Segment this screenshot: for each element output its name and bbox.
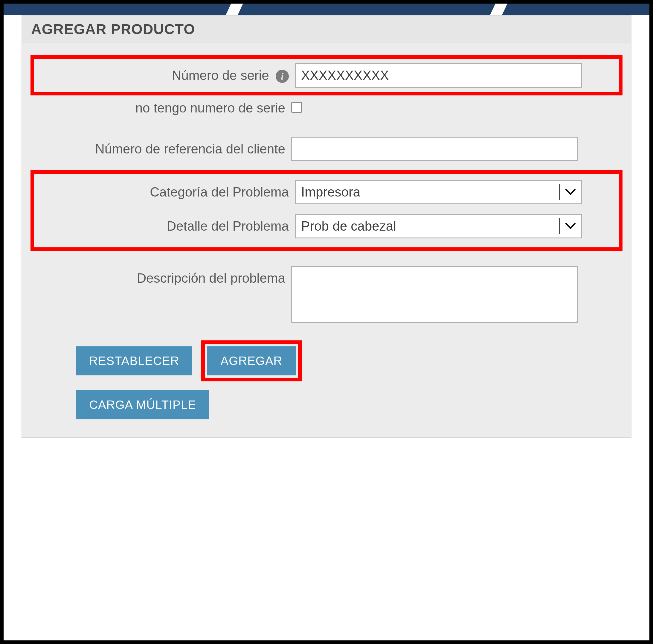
panel-body: Número de serie i no tengo numero de ser… (22, 43, 631, 437)
label-problem-description: Descripción del problema (34, 266, 291, 286)
label-customer-ref: Número de referencia del cliente (34, 142, 291, 157)
row-problem-detail: Detalle del Problema Prob de cabezal (38, 214, 615, 238)
highlight-add-button: AGREGAR (201, 340, 301, 381)
add-product-panel: AGREGAR PRODUCTO Número de serie i (22, 15, 631, 438)
no-serial-checkbox[interactable] (291, 102, 302, 113)
button-row-primary: RESTABLECER AGREGAR (34, 340, 619, 381)
add-button[interactable]: AGREGAR (207, 347, 295, 375)
field-problem-description (291, 266, 619, 324)
row-problem-category: Categoría del Problema Impresora (38, 180, 615, 204)
row-serial: Número de serie i (38, 63, 615, 88)
label-no-serial: no tengo numero de serie (34, 100, 291, 116)
field-serial (295, 63, 615, 88)
info-icon[interactable]: i (276, 70, 289, 83)
field-customer-ref (291, 137, 619, 161)
highlight-serial: Número de serie i (30, 55, 623, 95)
chevron-down-icon (560, 223, 581, 230)
reset-button[interactable]: RESTABLECER (76, 347, 192, 375)
window-frame: AGREGAR PRODUCTO Número de serie i (0, 0, 653, 644)
row-customer-ref: Número de referencia del cliente (34, 137, 619, 161)
label-serial-text: Número de serie (172, 68, 269, 82)
button-row-secondary: CARGA MÚLTIPLE (34, 390, 619, 420)
panel-title: AGREGAR PRODUCTO (22, 16, 631, 43)
field-no-serial (291, 102, 619, 114)
field-problem-detail: Prob de cabezal (295, 214, 615, 238)
field-problem-category: Impresora (295, 180, 615, 204)
label-problem-detail: Detalle del Problema (38, 219, 295, 234)
customer-ref-input[interactable] (291, 137, 578, 161)
bulk-load-button[interactable]: CARGA MÚLTIPLE (76, 390, 209, 420)
label-serial: Número de serie i (38, 68, 295, 83)
problem-description-textarea[interactable] (291, 266, 578, 323)
problem-category-select[interactable]: Impresora (295, 180, 582, 204)
highlight-category-detail: Categoría del Problema Impresora (30, 170, 623, 251)
label-problem-category: Categoría del Problema (38, 185, 295, 200)
problem-category-value: Impresora (301, 185, 559, 199)
top-ribbon (4, 4, 649, 15)
row-problem-description: Descripción del problema (34, 266, 619, 324)
problem-detail-select[interactable]: Prob de cabezal (295, 214, 582, 238)
serial-input[interactable] (295, 63, 582, 88)
chevron-down-icon (560, 189, 581, 195)
page: AGREGAR PRODUCTO Número de serie i (4, 4, 649, 640)
row-no-serial: no tengo numero de serie (34, 97, 619, 119)
problem-detail-value: Prob de cabezal (301, 219, 559, 234)
